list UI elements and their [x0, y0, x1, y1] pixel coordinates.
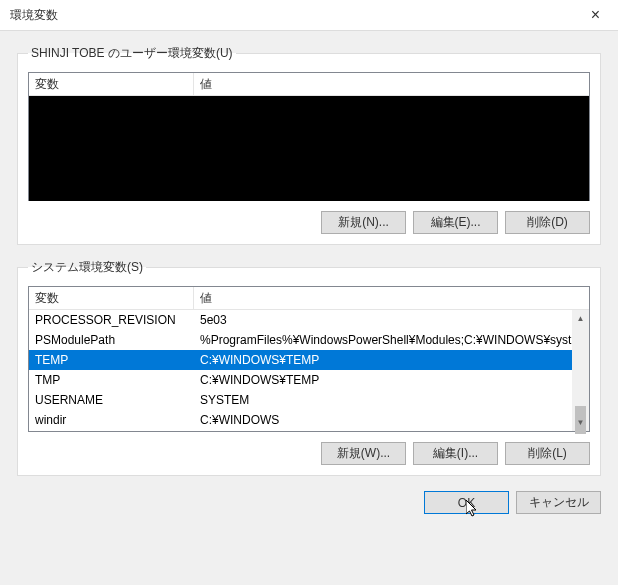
- user-delete-button[interactable]: 削除(D): [505, 211, 590, 234]
- dialog-content: SHINJI TOBE のユーザー環境変数(U) 変数 値 新規(N)... 編…: [0, 31, 618, 524]
- ok-button[interactable]: OK: [424, 491, 509, 514]
- system-table-header: 変数 値: [29, 287, 589, 310]
- dialog-footer: OK キャンセル: [17, 491, 601, 514]
- user-new-button[interactable]: 新規(N)...: [321, 211, 406, 234]
- cell-val: 5e03: [194, 311, 589, 329]
- cell-var: USERNAME: [29, 391, 194, 409]
- scroll-up-icon[interactable]: ▲: [572, 310, 589, 327]
- table-row[interactable]: windirC:¥WINDOWS: [29, 410, 589, 430]
- system-vars-legend: システム環境変数(S): [28, 259, 146, 276]
- system-delete-button[interactable]: 削除(L): [505, 442, 590, 465]
- table-row[interactable]: TMPC:¥WINDOWS¥TEMP: [29, 370, 589, 390]
- system-header-var[interactable]: 変数: [29, 287, 194, 310]
- cell-val: SYSTEM: [194, 391, 589, 409]
- cell-val: C:¥WINDOWS: [194, 411, 589, 429]
- table-row[interactable]: PROCESSOR_REVISION5e03: [29, 310, 589, 330]
- user-vars-legend: SHINJI TOBE のユーザー環境変数(U): [28, 45, 236, 62]
- user-header-val[interactable]: 値: [194, 73, 589, 96]
- user-table-header: 変数 値: [29, 73, 589, 96]
- user-edit-button[interactable]: 編集(E)...: [413, 211, 498, 234]
- system-header-val[interactable]: 値: [194, 287, 589, 310]
- titlebar: 環境変数 ×: [0, 0, 618, 31]
- user-vars-table[interactable]: 変数 値: [28, 72, 590, 201]
- cell-var: PROCESSOR_REVISION: [29, 311, 194, 329]
- system-edit-button[interactable]: 編集(I)...: [413, 442, 498, 465]
- user-buttons: 新規(N)... 編集(E)... 削除(D): [28, 211, 590, 234]
- cell-val: C:¥WINDOWS¥TEMP: [194, 351, 589, 369]
- cell-val: %ProgramFiles%¥WindowsPowerShell¥Modules…: [194, 331, 589, 349]
- cell-var: windir: [29, 411, 194, 429]
- table-row[interactable]: USERNAMESYSTEM: [29, 390, 589, 410]
- system-buttons: 新規(W)... 編集(I)... 削除(L): [28, 442, 590, 465]
- user-vars-group: SHINJI TOBE のユーザー環境変数(U) 変数 値 新規(N)... 編…: [17, 45, 601, 245]
- table-row[interactable]: PSModulePath%ProgramFiles%¥WindowsPowerS…: [29, 330, 589, 350]
- table-row[interactable]: TEMPC:¥WINDOWS¥TEMP: [29, 350, 589, 370]
- user-table-body-redacted: [29, 96, 589, 201]
- user-header-var[interactable]: 変数: [29, 73, 194, 96]
- cell-val: C:¥WINDOWS¥TEMP: [194, 371, 589, 389]
- close-icon: ×: [591, 6, 600, 24]
- window-title: 環境変数: [10, 7, 58, 24]
- cancel-button[interactable]: キャンセル: [516, 491, 601, 514]
- cell-var: PSModulePath: [29, 331, 194, 349]
- system-vars-group: システム環境変数(S) 変数 値 PROCESSOR_REVISION5e03P…: [17, 259, 601, 476]
- cell-var: TEMP: [29, 351, 194, 369]
- system-new-button[interactable]: 新規(W)...: [321, 442, 406, 465]
- close-button[interactable]: ×: [573, 0, 618, 30]
- cell-var: TMP: [29, 371, 194, 389]
- system-vars-table[interactable]: 変数 値 PROCESSOR_REVISION5e03PSModulePath%…: [28, 286, 590, 432]
- scrollbar-vertical[interactable]: ▲ ▼: [572, 310, 589, 431]
- scroll-down-icon[interactable]: ▼: [572, 414, 589, 431]
- system-table-body[interactable]: PROCESSOR_REVISION5e03PSModulePath%Progr…: [29, 310, 589, 432]
